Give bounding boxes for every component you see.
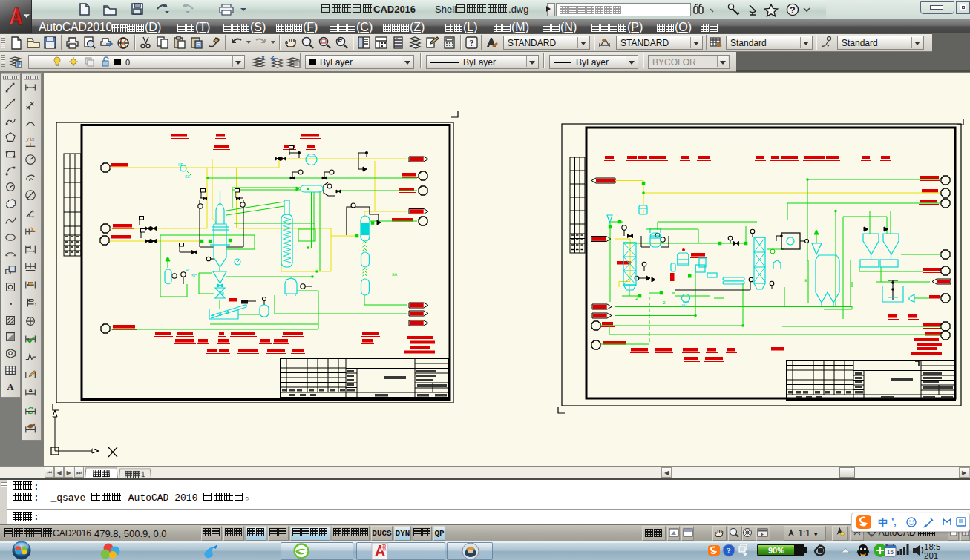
svg-text:X: X (32, 137, 35, 142)
svg-text:中: 中 (878, 517, 888, 528)
svg-text:90%: 90% (768, 546, 784, 555)
svg-text:201: 201 (924, 551, 938, 560)
svg-text:8V: 8V (681, 303, 687, 309)
svg-text:?: ? (470, 38, 474, 48)
svg-text:A: A (7, 382, 14, 392)
svg-text:8: 8 (804, 278, 807, 283)
svg-text:M: M (221, 291, 224, 297)
svg-text:Y: Y (27, 137, 30, 142)
svg-text:18:5: 18:5 (924, 542, 940, 551)
svg-text:SC: SC (185, 174, 191, 179)
svg-text:0: 0 (125, 58, 130, 67)
svg-text:.1: .1 (33, 303, 37, 308)
svg-text:SC: SC (191, 274, 197, 279)
svg-text:?: ? (790, 5, 795, 16)
svg-text:’,: ’, (891, 517, 897, 527)
svg-text:HE: HE (178, 162, 184, 168)
svg-text:?: ? (727, 546, 731, 555)
svg-text:A: A (28, 387, 33, 394)
svg-text:10: 10 (382, 547, 387, 551)
svg-text:2: 2 (635, 296, 638, 301)
svg-text:HC: HC (186, 268, 191, 273)
svg-text:8A: 8A (392, 272, 398, 277)
svg-text:15: 15 (887, 549, 894, 556)
svg-text:2: 2 (663, 300, 666, 306)
